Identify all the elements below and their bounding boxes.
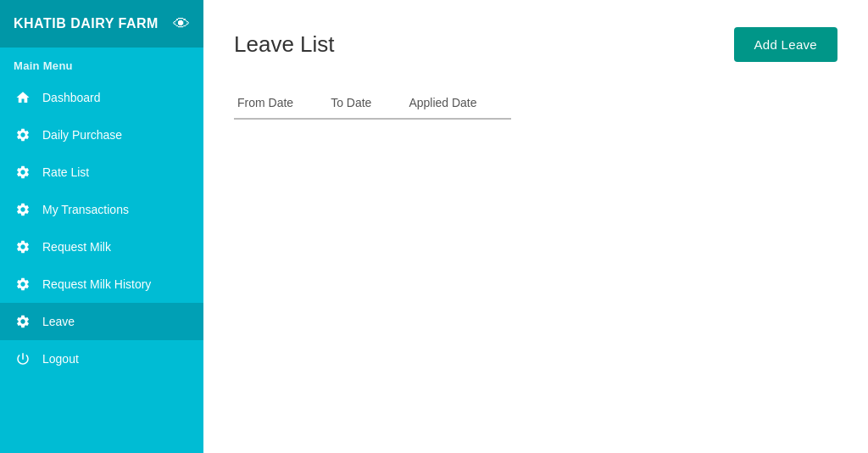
page-title: Leave List xyxy=(234,31,335,58)
gear-icon-rate-list xyxy=(14,165,32,180)
col-applied-date: Applied Date xyxy=(405,89,510,119)
page-header: Leave List Add Leave xyxy=(234,27,837,62)
gear-icon-request-milk-history xyxy=(14,277,32,292)
sidebar-item-label-logout: Logout xyxy=(42,352,79,366)
sidebar-section-label: Main Menu xyxy=(0,48,203,79)
sidebar-item-logout[interactable]: Logout xyxy=(0,340,203,378)
sidebar: KHATIB DAIRY FARM 👁 Main Menu Dashboard … xyxy=(0,0,203,453)
sidebar-item-label-request-milk-history: Request Milk History xyxy=(42,277,151,291)
col-from-date: From Date xyxy=(234,89,327,119)
gear-icon-daily-purchase xyxy=(14,127,32,143)
gear-icon-my-transactions xyxy=(14,202,32,217)
power-icon xyxy=(14,351,32,366)
sidebar-item-label-leave: Leave xyxy=(42,315,75,328)
leave-table: From Date To Date Applied Date xyxy=(234,89,511,120)
add-leave-button[interactable]: Add Leave xyxy=(734,27,837,62)
table-head: From Date To Date Applied Date xyxy=(234,89,511,119)
col-to-date: To Date xyxy=(327,89,405,119)
table-container: From Date To Date Applied Date xyxy=(234,89,837,120)
sidebar-item-dashboard[interactable]: Dashboard xyxy=(0,79,203,116)
brand-title: KHATIB DAIRY FARM xyxy=(14,16,159,31)
sidebar-header: KHATIB DAIRY FARM 👁 xyxy=(0,0,203,48)
eye-icon[interactable]: 👁 xyxy=(173,14,190,34)
sidebar-item-daily-purchase[interactable]: Daily Purchase xyxy=(0,116,203,154)
table-header-row: From Date To Date Applied Date xyxy=(234,89,511,119)
sidebar-item-rate-list[interactable]: Rate List xyxy=(0,154,203,191)
sidebar-item-request-milk-history[interactable]: Request Milk History xyxy=(0,266,203,303)
sidebar-item-label-dashboard: Dashboard xyxy=(42,91,101,104)
sidebar-item-label-my-transactions: My Transactions xyxy=(42,203,129,216)
sidebar-item-request-milk[interactable]: Request Milk xyxy=(0,228,203,266)
main-content: Leave List Add Leave From Date To Date A… xyxy=(203,0,868,453)
gear-icon-request-milk xyxy=(14,239,32,254)
gear-icon-leave xyxy=(14,314,32,329)
sidebar-item-label-daily-purchase: Daily Purchase xyxy=(42,128,122,142)
sidebar-item-leave[interactable]: Leave xyxy=(0,303,203,340)
sidebar-item-label-request-milk: Request Milk xyxy=(42,240,111,254)
sidebar-item-label-rate-list: Rate List xyxy=(42,165,89,179)
home-icon xyxy=(14,90,32,105)
sidebar-item-my-transactions[interactable]: My Transactions xyxy=(0,191,203,228)
